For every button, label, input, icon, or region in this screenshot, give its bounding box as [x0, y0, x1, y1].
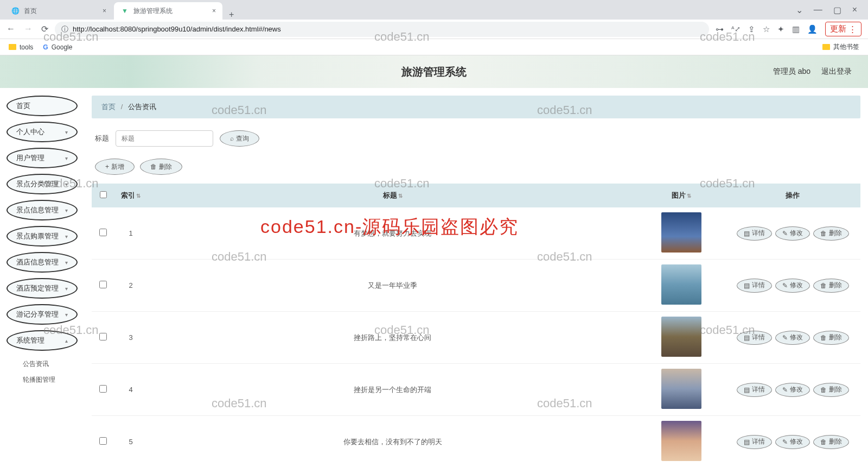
breadcrumb: 首页 / 公告资讯	[92, 96, 860, 118]
key-icon[interactable]: ⊶	[716, 24, 724, 34]
row-checkbox[interactable]	[92, 281, 114, 290]
row-checkbox[interactable]	[92, 333, 114, 342]
edit-icon: ✎	[782, 438, 788, 446]
thumbnail-image[interactable]	[661, 317, 701, 357]
sidebar-item-hotels[interactable]: 酒店信息管理▾	[7, 252, 78, 273]
detail-button[interactable]: ▤详情	[737, 435, 772, 449]
thumbnail-image[interactable]	[661, 369, 701, 409]
share-icon[interactable]: ⇪	[748, 24, 755, 34]
maximize-icon[interactable]: ▢	[833, 5, 841, 15]
breadcrumb-home[interactable]: 首页	[101, 103, 116, 111]
url-input[interactable]: ⓘ http://localhost:8080/springboot99u10/…	[55, 22, 709, 37]
tab-label: 旅游管理系统	[133, 7, 173, 16]
search-icon[interactable]: ᴬ⤢	[731, 25, 741, 33]
sidebar-item-tickets[interactable]: 景点购票管理▾	[7, 226, 78, 247]
sidebar-item-travelogs[interactable]: 游记分享管理▾	[7, 304, 78, 325]
data-table: 索引⇅ 标题⇅ 图片⇅ 操作 1有梦想，就要努力去实现▤详情✎修改🗑删除2又是一…	[92, 184, 860, 467]
edit-icon: ✎	[782, 230, 788, 237]
detail-button[interactable]: ▤详情	[737, 226, 772, 241]
row-title: 挫折路上，坚持常在心间	[147, 333, 638, 343]
sidebar-sub-news[interactable]: 公告资讯	[23, 356, 78, 372]
row-index: 5	[114, 438, 147, 446]
bookmark-google[interactable]: G Google	[43, 43, 72, 51]
close-window-icon[interactable]: ×	[852, 5, 857, 15]
close-icon[interactable]: ×	[208, 7, 216, 15]
delete-row-button[interactable]: 🗑删除	[813, 226, 849, 241]
sidebar-item-spots[interactable]: 景点信息管理▾	[7, 200, 78, 220]
doc-icon: ▤	[744, 230, 750, 237]
edit-button[interactable]: ✎修改	[775, 226, 810, 241]
edit-button[interactable]: ✎修改	[775, 331, 810, 345]
delete-button[interactable]: 🗑 删除	[140, 159, 182, 175]
breadcrumb-sep: /	[121, 103, 123, 111]
row-checkbox[interactable]	[92, 385, 114, 394]
back-icon[interactable]: ←	[7, 24, 15, 34]
sort-icon: ⇅	[398, 193, 403, 199]
edit-button[interactable]: ✎修改	[775, 383, 810, 397]
chevron-down-icon: ▾	[65, 129, 68, 135]
forward-icon[interactable]: →	[24, 24, 33, 34]
row-title: 你要去相信，没有到不了的明天	[147, 437, 638, 447]
delete-row-button[interactable]: 🗑删除	[813, 435, 849, 449]
extensions-icon[interactable]: ✦	[777, 24, 784, 34]
edit-icon: ✎	[782, 282, 788, 289]
edit-button[interactable]: ✎修改	[775, 279, 810, 293]
sidebar-sub-carousel[interactable]: 轮播图管理	[23, 372, 78, 388]
globe-icon: 🌐	[11, 7, 20, 15]
row-checkbox[interactable]	[92, 437, 114, 446]
browser-tab[interactable]: 🌐 首页 ×	[4, 2, 113, 20]
edit-icon: ✎	[782, 334, 788, 342]
content-area: 首页 / 公告资讯 标题 ⌕ 查询 + 新增 🗑 删除	[84, 88, 868, 467]
sidebar-item-system[interactable]: 系统管理▴	[7, 330, 78, 351]
delete-row-button[interactable]: 🗑删除	[813, 331, 849, 345]
user-label[interactable]: 管理员 abo	[773, 67, 810, 77]
header-index[interactable]: 索引⇅	[114, 191, 147, 200]
folder-icon	[822, 44, 830, 50]
update-button[interactable]: 更新 ⋮	[825, 22, 861, 36]
detail-button[interactable]: ▤详情	[737, 279, 772, 293]
thumbnail-image[interactable]	[661, 212, 701, 253]
sidebar-item-home[interactable]: 首页	[7, 96, 78, 116]
row-checkbox[interactable]	[92, 229, 114, 238]
thumbnail-image[interactable]	[661, 421, 701, 461]
sidebar-item-profile[interactable]: 个人中心▾	[7, 122, 78, 142]
delete-row-button[interactable]: 🗑删除	[813, 279, 849, 293]
caret-down-icon[interactable]: ⌄	[796, 5, 803, 15]
detail-button[interactable]: ▤详情	[737, 383, 772, 397]
new-tab-button[interactable]: +	[224, 10, 239, 20]
info-icon[interactable]: ⓘ	[61, 24, 68, 34]
profile-icon[interactable]: 👤	[807, 24, 818, 34]
trash-icon: 🗑	[820, 386, 827, 394]
table-row: 2又是一年毕业季▤详情✎修改🗑删除	[92, 260, 860, 312]
sidebar-submenu: 公告资讯 轮播图管理	[7, 356, 78, 388]
browser-tab-active[interactable]: ▼ 旅游管理系统 ×	[114, 2, 222, 20]
sidebar-item-categories[interactable]: 景点分类管理▾	[7, 174, 78, 194]
star-icon[interactable]: ☆	[763, 24, 770, 34]
delete-row-button[interactable]: 🗑删除	[813, 383, 849, 397]
bookmark-tools[interactable]: tools	[9, 43, 33, 51]
header-checkbox[interactable]	[92, 191, 114, 200]
url-text: http://localhost:8080/springboot99u10/ad…	[73, 25, 281, 33]
more-icon: ⋮	[848, 24, 857, 34]
header-image[interactable]: 图片⇅	[638, 191, 725, 200]
detail-button[interactable]: ▤详情	[737, 331, 772, 345]
minimize-icon[interactable]: —	[814, 5, 822, 15]
row-image	[638, 421, 725, 463]
header-title[interactable]: 标题⇅	[147, 191, 638, 200]
reload-icon[interactable]: ⟳	[41, 24, 48, 34]
add-button[interactable]: + 新增	[95, 159, 135, 175]
sidebar-item-users[interactable]: 用户管理▾	[7, 148, 78, 168]
bookmark-other[interactable]: 其他书签	[822, 42, 859, 52]
query-button[interactable]: ⌕ 查询	[220, 130, 259, 147]
panel-icon[interactable]: ▥	[792, 24, 800, 34]
thumbnail-image[interactable]	[661, 264, 701, 305]
trash-icon: 🗑	[820, 282, 827, 289]
close-icon[interactable]: ×	[98, 7, 106, 15]
search-input[interactable]	[116, 130, 213, 147]
chevron-down-icon: ▾	[65, 234, 68, 239]
row-index: 3	[114, 333, 147, 342]
edit-button[interactable]: ✎修改	[775, 435, 810, 449]
sidebar-item-bookings[interactable]: 酒店预定管理▾	[7, 278, 78, 299]
row-ops: ▤详情✎修改🗑删除	[725, 435, 860, 449]
logout-link[interactable]: 退出登录	[821, 67, 852, 77]
